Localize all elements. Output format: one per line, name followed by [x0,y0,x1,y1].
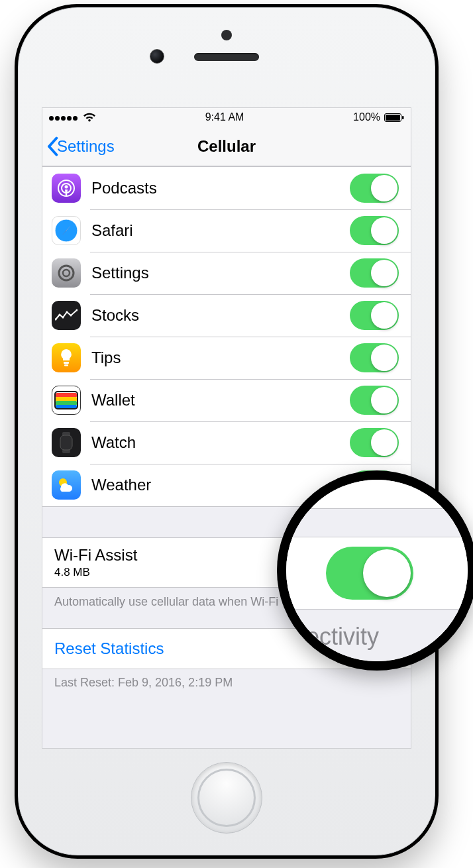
battery-percentage: 100% [353,111,380,123]
front-camera [150,49,164,64]
svg-rect-2 [402,116,404,119]
list-item-label: Tips [91,349,350,367]
tips-icon [52,343,81,372]
weather-icon [52,470,81,500]
svg-rect-17 [64,364,68,366]
list-item-label: Settings [91,264,350,282]
signal-strength-icon [49,111,79,123]
magnifier-callout: nectivity [277,470,473,671]
list-item-stocks: Stocks [42,294,411,337]
list-item-label: Watch [91,433,350,452]
svg-point-9 [63,270,70,276]
toggle-watch[interactable] [350,428,399,457]
svg-point-12 [62,317,64,319]
list-item-watch: Watch [42,421,411,464]
phone-frame: 9:41 AM 100% Settings Cellular [15,4,439,859]
app-cellular-list: Podcasts Safari Settings [42,166,411,507]
home-button[interactable] [191,762,262,834]
toggle-stocks[interactable] [350,301,399,330]
status-time: 9:41 AM [205,111,244,123]
svg-rect-25 [60,435,72,450]
reset-label: Reset Statistics [54,639,164,658]
last-reset-label: Last Reset: Feb 9, 2016, 2:19 PM [42,669,411,696]
nav-bar: Settings Cellular [42,127,411,166]
status-bar: 9:41 AM 100% [42,108,411,127]
list-item-tips: Tips [42,337,411,379]
svg-point-5 [65,186,68,189]
toggle-wallet[interactable] [350,386,399,415]
list-item-podcasts: Podcasts [42,167,411,209]
svg-point-13 [66,311,68,313]
toggle-settings[interactable] [350,258,399,288]
list-item-label: Safari [91,221,350,240]
svg-rect-19 [56,397,77,402]
safari-icon [52,216,81,245]
watch-icon [52,428,81,457]
list-item-wallet: Wallet [42,379,411,421]
wifi-icon [83,113,96,123]
svg-point-11 [59,314,61,316]
list-item-label: Stocks [91,306,350,325]
wallet-icon [52,386,81,415]
stocks-icon [52,301,81,330]
list-item-label: Podcasts [91,179,350,197]
list-item-label: Wallet [91,391,350,409]
list-item-label: Weather [91,476,350,494]
list-item-settings: Settings [42,252,411,294]
back-button[interactable]: Settings [46,127,115,166]
page-title: Cellular [197,137,256,156]
earpiece-speaker [194,53,259,61]
toggle-tips[interactable] [350,343,399,372]
svg-rect-16 [64,362,69,364]
back-label: Settings [57,137,115,156]
magnified-toggle-wifi-assist [326,547,413,600]
podcasts-icon [52,174,81,203]
svg-point-8 [59,266,74,280]
battery-icon [384,113,404,122]
list-item-safari: Safari [42,209,411,252]
svg-point-14 [70,315,72,317]
svg-rect-18 [56,393,77,398]
toggle-safari[interactable] [350,216,399,245]
toggle-podcasts[interactable] [350,174,399,203]
svg-rect-20 [56,401,77,406]
proximity-sensor [221,30,232,40]
svg-rect-1 [386,115,400,121]
settings-icon [52,258,81,288]
phone-bezel: 9:41 AM 100% Settings Cellular [18,7,435,855]
